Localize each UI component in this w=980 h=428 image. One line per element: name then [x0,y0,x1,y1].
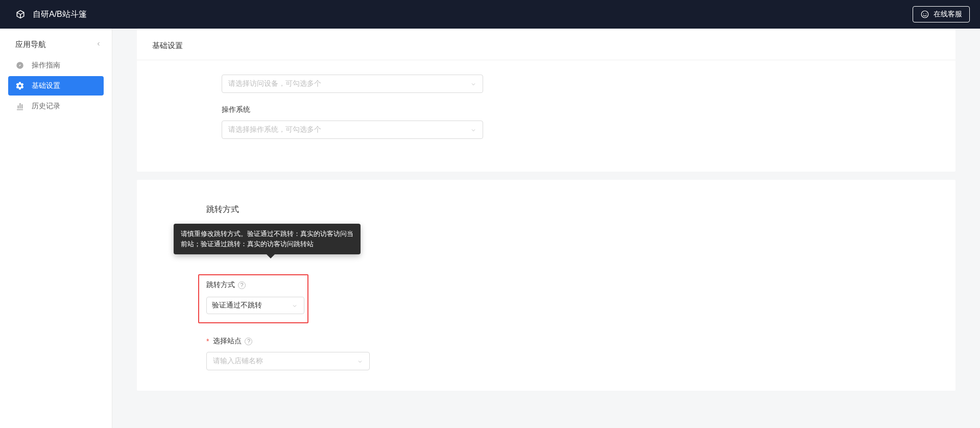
sidebar-item-label: 历史记录 [32,102,60,111]
headset-icon [920,10,929,19]
select-site-label-row: * 选择站点 ? [206,337,955,346]
jump-method-highlight: 跳转方式 ? 验证通过不跳转 [198,274,308,323]
help-icon[interactable]: ? [245,338,252,345]
select-site-row: * 选择站点 ? 请输入店铺名称 [137,337,955,370]
compass-icon [15,61,25,70]
device-select-placeholder: 请选择访问设备，可勾选多个 [228,79,321,88]
os-label: 操作系统 [222,105,852,114]
basic-settings-card: 基础设置 请选择访问设备，可勾选多个 操作系统 请 [137,29,955,172]
jump-method-label: 跳转方式 [206,280,235,290]
page-title: 基础设置 [137,29,955,60]
sidebar-title: 应用导航 [15,40,46,50]
top-header: 自研A/B站斗篷 在线客服 [0,0,980,29]
select-site-input[interactable]: 请输入店铺名称 [206,352,370,370]
svg-point-1 [923,13,924,14]
app-title: 自研A/B站斗篷 [33,9,87,20]
sidebar-item-label: 操作指南 [32,61,60,70]
chevron-down-icon [470,81,476,87]
sidebar-item-basic-settings[interactable]: 基础设置 [8,76,104,96]
device-select-row: 请选择访问设备，可勾选多个 [222,75,852,93]
select-site-placeholder: 请输入店铺名称 [213,356,263,366]
jump-method-card: 跳转方式 域名转换 跳转方式 ? 验证通过不跳转 * [137,180,955,391]
online-support-button[interactable]: 在线客服 [913,6,970,22]
layout: 应用导航 操作指南 基础设置 历史记录 [0,29,980,428]
chevron-down-icon [470,127,476,133]
cube-icon [15,9,26,19]
required-indicator: * [206,337,209,345]
select-site-label: 选择站点 [213,337,242,346]
sidebar-menu: 操作指南 基础设置 历史记录 [0,56,112,116]
sidebar-item-guide[interactable]: 操作指南 [8,56,104,75]
jump-method-label-row: 跳转方式 ? [206,280,300,290]
os-select-placeholder: 请选择操作系统，可勾选多个 [228,125,321,134]
jump-method-tooltip: 请慎重修改跳转方式。验证通过不跳转：真实的访客访问当前站；验证通过跳转：真实的访… [174,224,361,254]
svg-point-0 [921,11,928,18]
sidebar-collapse-toggle[interactable] [95,41,102,49]
sidebar-item-label: 基础设置 [32,81,60,90]
jump-section-title: 跳转方式 [137,180,955,229]
bar-chart-icon [15,102,25,111]
jump-method-select[interactable]: 验证通过不跳转 [206,297,304,314]
chevron-down-icon [357,358,363,364]
os-row: 操作系统 请选择操作系统，可勾选多个 [222,105,852,139]
tooltip-text: 请慎重修改跳转方式。验证通过不跳转：真实的访客访问当前站；验证通过跳转：真实的访… [181,230,353,248]
sidebar-item-history[interactable]: 历史记录 [8,97,104,116]
os-select[interactable]: 请选择操作系统，可勾选多个 [222,121,483,139]
sidebar: 应用导航 操作指南 基础设置 历史记录 [0,29,112,428]
jump-method-value: 验证通过不跳转 [212,301,262,310]
top-header-left: 自研A/B站斗篷 [15,9,87,20]
chevron-down-icon [292,302,298,308]
help-icon[interactable]: ? [238,281,246,289]
svg-point-2 [926,13,927,14]
sidebar-header: 应用导航 [0,34,112,56]
support-button-label: 在线客服 [934,10,962,19]
gear-icon [15,81,25,90]
device-select[interactable]: 请选择访问设备，可勾选多个 [222,75,483,93]
